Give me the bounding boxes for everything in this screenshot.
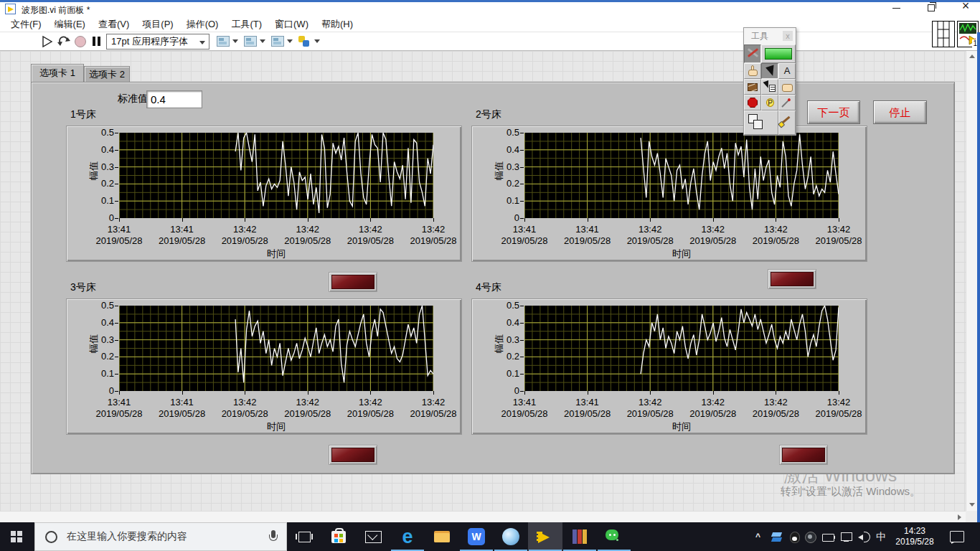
menu-3[interactable]: 查看(V)	[92, 17, 136, 32]
x-tick-time: 13:42	[210, 397, 279, 408]
x-tick-date: 2019/05/28	[804, 408, 873, 419]
scroll-hand-icon	[782, 84, 793, 92]
wire-spool-icon	[748, 83, 758, 91]
next-page-button[interactable]: 下一页	[807, 100, 860, 124]
tool-connect-wire[interactable]	[744, 79, 761, 95]
menu-7[interactable]: 窗口(W)	[268, 17, 315, 32]
align-objects-dropdown[interactable]	[215, 35, 238, 48]
reorder-icon	[298, 36, 311, 47]
x-tick-time: 13:41	[490, 397, 559, 408]
scroll-right-icon[interactable]	[953, 512, 965, 523]
taskbar-app-store[interactable]	[321, 522, 356, 551]
minimize-button[interactable]	[885, 0, 909, 14]
battery-icon[interactable]	[822, 522, 837, 551]
action-center-icon[interactable]	[950, 522, 966, 551]
chart-x-axis-label: 时间	[660, 420, 703, 433]
abort-button[interactable]	[73, 34, 88, 49]
tray-expand-icon[interactable]: ^	[755, 522, 765, 551]
scroll-up-icon[interactable]	[966, 51, 978, 62]
labview-window: 波形图.vi 前面板 * 文件(F)编辑(E)查看(V)项目(P)操作(O)工具…	[0, 0, 980, 551]
x-tick-time: 13:42	[399, 397, 468, 408]
tool-operate-value[interactable]	[744, 63, 761, 79]
close-button[interactable]	[953, 0, 978, 14]
horizontal-scrollbar[interactable]	[0, 511, 966, 522]
chart-title: 2号床	[476, 108, 501, 121]
y-tick-label: 0.1	[84, 368, 114, 379]
pc-manager-tray-icon[interactable]	[772, 522, 785, 551]
reorder-dropdown[interactable]	[297, 35, 320, 48]
vi-corner: 1	[932, 21, 979, 48]
menu-8[interactable]: 帮助(H)	[315, 17, 359, 32]
vertical-scrollbar[interactable]	[966, 51, 977, 511]
x-tick-mark	[713, 391, 714, 395]
menu-bar: 文件(F)编辑(E)查看(V)项目(P)操作(O)工具(T)窗口(W)帮助(H)	[0, 17, 980, 32]
tool-get-color[interactable]	[778, 95, 796, 110]
y-tick-label: 0.4	[489, 317, 519, 328]
tool-breakpoint[interactable]	[744, 95, 761, 110]
volume-icon[interactable]	[858, 522, 871, 551]
tool-edit-text[interactable]: A	[778, 63, 796, 79]
tool-shortcut-menu[interactable]	[761, 79, 778, 95]
chart-frame: 幅值0.50.40.30.20.1013:412019/05/2813:4120…	[471, 126, 867, 262]
breakpoint-stop-icon	[748, 98, 758, 108]
tab-2[interactable]: 选项卡 2	[84, 66, 130, 82]
chart-x-axis-label: 时间	[255, 248, 298, 260]
connector-pane-icon[interactable]	[932, 21, 955, 47]
distribute-objects-dropdown[interactable]	[242, 35, 265, 48]
y-tick-label: 0.2	[84, 178, 114, 189]
tool-scroll[interactable]	[778, 79, 796, 95]
taskbar-app-labview[interactable]	[528, 522, 562, 551]
scroll-down-icon[interactable]	[966, 499, 978, 511]
x-tick-date: 2019/05/28	[85, 408, 154, 419]
stop-button[interactable]: 停止	[873, 100, 927, 124]
taskbar-app-browser-globe[interactable]	[494, 522, 528, 551]
tools-palette-titlebar[interactable]: 工具 x	[744, 28, 796, 44]
start-button[interactable]	[0, 522, 34, 551]
tool-set-color[interactable]	[778, 110, 796, 135]
taskbar-clock[interactable]: 14:23 2019/5/28	[890, 522, 940, 551]
run-button[interactable]	[40, 34, 55, 49]
restore-button[interactable]	[919, 0, 943, 14]
labview-icon	[537, 528, 554, 545]
menu-6[interactable]: 工具(T)	[225, 17, 268, 32]
tool-probe[interactable]: P	[761, 95, 778, 110]
vi-icon[interactable]: 1	[957, 21, 979, 47]
menu-1[interactable]: 文件(F)	[4, 17, 48, 32]
resize-objects-dropdown[interactable]	[270, 35, 293, 48]
task-view-button[interactable]	[287, 522, 321, 551]
close-icon[interactable]: x	[783, 31, 793, 41]
audio-device-tray-icon[interactable]	[805, 522, 818, 551]
x-tick-date: 2019/05/28	[210, 235, 279, 246]
menu-5[interactable]: 操作(O)	[180, 17, 225, 32]
tool-position-select[interactable]	[761, 63, 778, 79]
alarm-led-1-lamp	[331, 275, 374, 289]
clock-time: 14:23	[890, 526, 940, 537]
taskbar-search-box[interactable]: 在这里输入你要搜索的内容	[34, 522, 287, 551]
menu-4[interactable]: 项目(P)	[136, 17, 179, 32]
y-tick-label: 0.4	[84, 144, 114, 155]
tab-1[interactable]: 选项卡 1	[31, 64, 84, 82]
run-continuous-button[interactable]	[57, 34, 71, 49]
standard-value-input[interactable]	[146, 90, 202, 108]
resize-objects-icon	[271, 36, 284, 47]
x-tick-date: 2019/05/28	[490, 408, 559, 419]
taskbar-app-wps[interactable]: W	[459, 522, 494, 551]
x-tick-mark	[433, 391, 434, 395]
x-tick-mark	[245, 218, 245, 222]
taskbar-app-edge[interactable]: e	[390, 522, 425, 551]
tool-color-boxes[interactable]	[744, 110, 778, 135]
microphone-icon[interactable]	[269, 530, 278, 545]
input-language-indicator[interactable]: 中	[876, 522, 887, 551]
y-tick-mark	[115, 150, 118, 151]
tool-auto-select[interactable]	[744, 44, 761, 63]
font-selector[interactable]: 17pt 应用程序字体	[106, 34, 209, 50]
taskbar-app-mail[interactable]	[356, 522, 390, 551]
menu-2[interactable]: 编辑(E)	[48, 17, 92, 32]
x-tick-mark	[524, 391, 525, 395]
pause-button[interactable]	[90, 34, 105, 49]
taskbar-app-explorer[interactable]	[425, 522, 459, 551]
qq-tray-icon[interactable]	[789, 522, 801, 551]
taskbar-app-winrar[interactable]	[562, 522, 597, 551]
network-icon[interactable]	[841, 522, 853, 551]
taskbar-app-wechat[interactable]	[597, 522, 631, 551]
